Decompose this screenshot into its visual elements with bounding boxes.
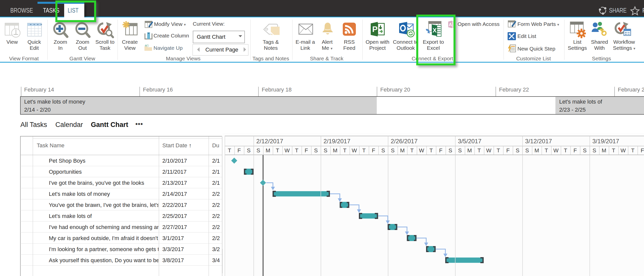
svg-text:S: S — [247, 147, 251, 154]
svg-text:S: S — [448, 147, 452, 154]
svg-text:T: T — [429, 147, 433, 154]
svg-text:2/19/2017: 2/19/2017 — [324, 138, 351, 145]
svg-text:F: F — [372, 147, 375, 154]
svg-text:S: S — [516, 147, 519, 154]
svg-text:T: T — [612, 147, 615, 154]
svg-text:3/12/2017: 3/12/2017 — [525, 138, 552, 145]
svg-text:S: S — [381, 147, 385, 154]
svg-text:S: S — [324, 147, 327, 154]
svg-text:S: S — [525, 147, 529, 154]
svg-text:S: S — [314, 147, 318, 154]
svg-text:F: F — [506, 147, 510, 154]
svg-text:P: P — [372, 25, 377, 34]
svg-text:M: M — [535, 147, 539, 154]
svg-text:S: S — [592, 147, 596, 154]
svg-text:W: W — [621, 147, 626, 154]
svg-text:S: S — [458, 147, 462, 154]
svg-text:W: W — [285, 147, 290, 154]
svg-text:T: T — [362, 147, 365, 154]
svg-text:F: F — [641, 147, 644, 154]
svg-text:W: W — [352, 147, 357, 154]
svg-text:T: T — [343, 147, 346, 154]
svg-text:M: M — [266, 147, 270, 154]
svg-text:S: S — [583, 147, 587, 154]
svg-text:W: W — [553, 147, 559, 154]
svg-text:S: S — [256, 147, 260, 154]
svg-text:M: M — [333, 147, 337, 154]
svg-text:T: T — [564, 147, 567, 154]
svg-text:F: F — [574, 147, 577, 154]
svg-text:W: W — [419, 147, 424, 154]
svg-text:T: T — [631, 147, 634, 154]
svg-text:M: M — [602, 147, 606, 154]
svg-text:T: T — [276, 147, 279, 154]
svg-text:M: M — [467, 147, 472, 154]
svg-text:T: T — [295, 147, 298, 154]
svg-text:T: T — [477, 147, 481, 154]
svg-text:T: T — [410, 147, 413, 154]
svg-text:3/19/2017: 3/19/2017 — [592, 138, 619, 145]
svg-text:F: F — [439, 147, 442, 154]
svg-text:M: M — [400, 147, 405, 154]
svg-text:T: T — [497, 147, 500, 154]
svg-text:2/12/2017: 2/12/2017 — [256, 138, 283, 145]
svg-text:T: T — [545, 147, 548, 154]
svg-text:F: F — [305, 147, 308, 154]
svg-text:S: S — [391, 147, 395, 154]
svg-text:F: F — [237, 147, 241, 154]
svg-text:2/26/2017: 2/26/2017 — [391, 138, 418, 145]
svg-text:5: 5 — [147, 43, 149, 48]
svg-text:W: W — [486, 147, 491, 154]
svg-text:T: T — [228, 147, 231, 154]
svg-text:3/5/2017: 3/5/2017 — [458, 138, 481, 145]
